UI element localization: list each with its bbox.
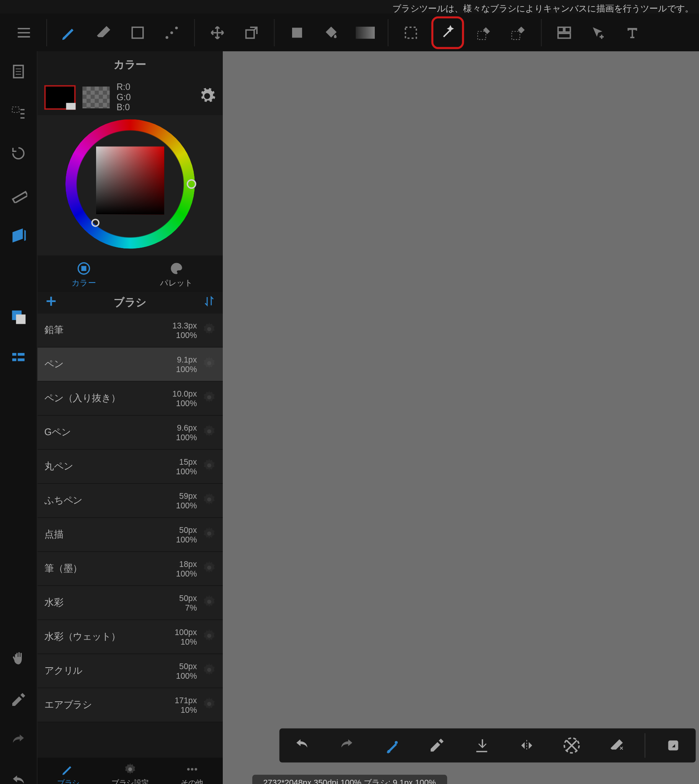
- toolbar-more-icon[interactable]: ⋮: [694, 728, 699, 762]
- select-list-icon[interactable]: [5, 99, 32, 126]
- select-pen-icon[interactable]: [471, 19, 498, 46]
- brush-list: 鉛筆13.3px100%ペン9.1px100%ペン（入り抜き）10.0px100…: [38, 313, 223, 758]
- tab-other[interactable]: その他: [161, 757, 223, 784]
- brush-gear-icon[interactable]: [201, 695, 217, 714]
- color-wheel[interactable]: [38, 115, 223, 256]
- background-swatch[interactable]: [82, 86, 109, 108]
- brush-gear-icon[interactable]: [201, 661, 217, 680]
- expand-float-icon[interactable]: [659, 732, 687, 759]
- brush-item[interactable]: エアブラシ171px10%: [38, 688, 223, 723]
- brush-name: エアブラシ: [45, 699, 92, 711]
- sort-brush-icon[interactable]: [195, 295, 223, 310]
- color-panel-title: カラー: [38, 51, 223, 79]
- brush-item[interactable]: 水彩（ウェット）100px10%: [38, 620, 223, 654]
- brush-panel-header: ブラシ: [38, 292, 223, 313]
- clear-float-icon[interactable]: [603, 732, 630, 759]
- list-toggle-icon[interactable]: [5, 344, 32, 371]
- brush-float-icon[interactable]: [378, 732, 406, 759]
- brush-tool-icon[interactable]: [56, 19, 83, 46]
- brush-name: Gペン: [45, 426, 71, 438]
- brush-stats: 50px7%: [179, 593, 201, 612]
- add-brush-icon[interactable]: [38, 294, 65, 311]
- svg-rect-23: [81, 266, 86, 271]
- svg-rect-17: [16, 314, 26, 324]
- eyedropper-tool-icon[interactable]: [5, 686, 32, 713]
- brush-gear-icon[interactable]: [201, 525, 217, 544]
- brush-stats: 50px100%: [176, 525, 201, 544]
- brush-item[interactable]: ペン9.1px100%: [38, 348, 223, 382]
- panel-bottom-tabs: ブラシ ブラシ設定 その他: [38, 757, 223, 784]
- palette-tab[interactable]: パレット: [130, 256, 223, 292]
- page-icon[interactable]: [5, 58, 32, 85]
- move-tool-icon[interactable]: [204, 19, 231, 46]
- refresh-icon[interactable]: [5, 140, 32, 167]
- brush-item[interactable]: 水彩50px7%: [38, 586, 223, 620]
- brush-stats: 13.3px100%: [172, 320, 201, 340]
- foreground-swatch[interactable]: [45, 85, 76, 109]
- flip-float-icon[interactable]: [513, 732, 540, 759]
- brush-gear-icon[interactable]: [201, 355, 217, 374]
- bucket-tool-icon[interactable]: [317, 19, 345, 46]
- select-erase-icon[interactable]: [505, 19, 532, 46]
- brush-gear-icon[interactable]: [201, 423, 217, 442]
- tab-brush-settings[interactable]: ブラシ設定: [99, 757, 161, 784]
- eyedropper-float-icon[interactable]: [423, 732, 450, 759]
- magic-wand-icon[interactable]: [431, 16, 464, 49]
- menu-icon[interactable]: [10, 19, 38, 46]
- brush-gear-icon[interactable]: [201, 491, 217, 510]
- undo-icon[interactable]: [5, 768, 32, 784]
- eraser-tool-icon[interactable]: [90, 19, 117, 46]
- svg-rect-19: [18, 353, 25, 356]
- svg-rect-5: [292, 27, 302, 37]
- undo-float-icon[interactable]: [288, 732, 315, 759]
- select-rect-icon[interactable]: [398, 19, 424, 46]
- ruler-icon[interactable]: [5, 181, 32, 208]
- svg-point-40: [395, 741, 398, 744]
- svg-point-2: [171, 31, 173, 34]
- brush-gear-icon[interactable]: [201, 389, 217, 408]
- transform-tool-icon[interactable]: [238, 19, 265, 46]
- brush-item[interactable]: アクリル50px100%: [38, 654, 223, 688]
- cursor-plus-icon[interactable]: [585, 19, 612, 46]
- redo-float-icon[interactable]: [333, 732, 360, 759]
- brush-stats: 59px100%: [176, 491, 201, 510]
- brush-name: アクリル: [45, 665, 83, 677]
- brush-item[interactable]: ふちペン59px100%: [38, 484, 223, 518]
- brush-item[interactable]: 筆（墨）18px100%: [38, 552, 223, 586]
- brush-item[interactable]: ペン（入り抜き）10.0px100%: [38, 382, 223, 416]
- brush-gear-icon[interactable]: [201, 627, 217, 646]
- color-settings-icon[interactable]: [198, 87, 216, 107]
- brush-gear-icon[interactable]: [201, 593, 217, 612]
- brush-stats: 100px10%: [175, 627, 201, 646]
- brush-item[interactable]: 鉛筆13.3px100%: [38, 313, 223, 348]
- svg-rect-10: [558, 27, 563, 31]
- brush-name: 水彩: [45, 597, 63, 609]
- reference-icon[interactable]: [5, 222, 32, 249]
- hand-tool-icon[interactable]: [5, 645, 32, 673]
- brush-gear-icon[interactable]: [201, 457, 217, 476]
- redo-icon[interactable]: [5, 727, 32, 754]
- gradient-tool-icon[interactable]: [351, 19, 379, 46]
- fill-rect-icon[interactable]: [283, 19, 310, 46]
- tab-brush[interactable]: ブラシ: [38, 757, 99, 784]
- status-bar: 2732*2048px 350dpi 100% ブラシ: 9.1px 100%: [252, 775, 447, 784]
- text-tool-icon[interactable]: [619, 19, 646, 46]
- brush-name: ペン（入り抜き）: [45, 392, 121, 404]
- canvas[interactable]: [223, 51, 699, 784]
- brush-item[interactable]: 丸ペン15px100%: [38, 450, 223, 484]
- brush-gear-icon[interactable]: [201, 559, 217, 578]
- svg-rect-11: [565, 27, 570, 31]
- layers-icon[interactable]: [5, 303, 32, 330]
- shape-tool-icon[interactable]: [124, 19, 151, 46]
- save-float-icon[interactable]: [468, 732, 495, 759]
- svg-rect-20: [12, 358, 17, 361]
- color-tab[interactable]: カラー: [38, 256, 130, 292]
- frame-divide-icon[interactable]: [550, 19, 578, 46]
- rotate-float-icon[interactable]: [558, 732, 585, 759]
- brush-item[interactable]: 点描50px100%: [38, 518, 223, 552]
- top-toolbar: [0, 14, 699, 51]
- brush-item[interactable]: Gペン9.6px100%: [38, 416, 223, 450]
- brush-gear-icon[interactable]: [201, 320, 217, 340]
- dots-tool-icon[interactable]: [158, 19, 185, 46]
- svg-point-37: [187, 768, 189, 771]
